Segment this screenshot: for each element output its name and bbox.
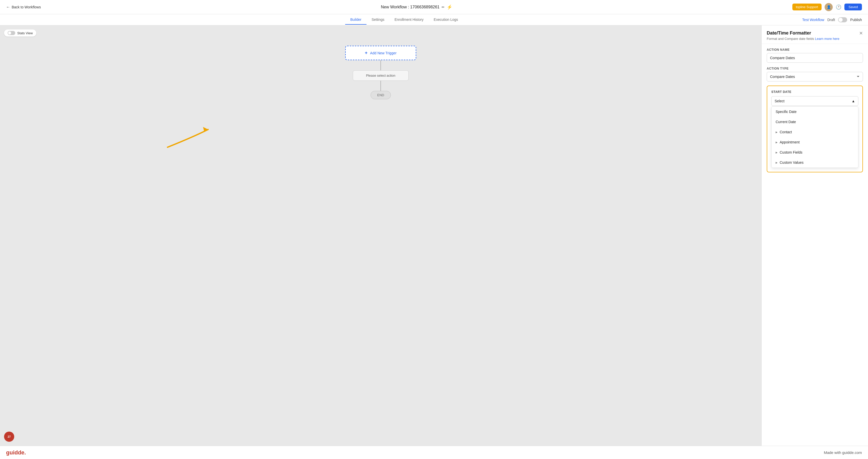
action-type-select[interactable]: Compare Dates xyxy=(767,72,863,82)
panel-body: ACTION NAME ACTION TYPE Compare Dates ST… xyxy=(762,44,868,177)
svg-marker-0 xyxy=(203,127,208,132)
action-type-label: ACTION TYPE xyxy=(767,67,863,70)
draft-publish-toggle[interactable] xyxy=(838,17,847,22)
publish-button[interactable]: Publish xyxy=(850,18,862,22)
panel-header: Date/Time Formatter Format and Compare d… xyxy=(762,25,868,44)
panel-subtitle-text: Format and Compare date fields xyxy=(767,37,814,41)
current-date-label: Current Date xyxy=(776,120,796,124)
edit-icon[interactable]: ✏ xyxy=(442,5,445,9)
panel-subtitle: Format and Compare date fields Learn mor… xyxy=(767,37,839,41)
start-date-section: START DATE Select ▲ Specific Date Curren… xyxy=(767,86,863,173)
start-date-dropdown-trigger[interactable]: Select ▲ xyxy=(771,96,858,106)
topline-support-button[interactable]: topline Support xyxy=(793,4,822,10)
notification-count: 27 xyxy=(8,435,11,438)
dropdown-item-custom-values[interactable]: Custom Values xyxy=(772,157,858,167)
nav-right: Test Workflow Draft Publish xyxy=(802,17,862,22)
stats-toggle-knob xyxy=(8,31,11,34)
start-date-dropdown-menu: Specific Date Current Date Contact Appoi… xyxy=(771,106,858,168)
made-with-text: Made with guidde.com xyxy=(824,450,862,455)
custom-values-label: Custom Values xyxy=(780,160,804,164)
select-placeholder: Select xyxy=(775,99,784,103)
panel-title: Date/Time Formatter xyxy=(767,30,839,36)
canvas-area: Stats View + Add New Trigger Please sele… xyxy=(0,25,762,446)
action-type-field: ACTION TYPE Compare Dates xyxy=(767,67,863,82)
specific-date-label: Specific Date xyxy=(776,110,797,114)
close-panel-button[interactable]: ✕ xyxy=(859,30,863,36)
guidde-logo-text: guidde. xyxy=(6,449,26,456)
notification-badge[interactable]: 27 xyxy=(4,432,14,442)
draft-label: Draft xyxy=(827,18,835,22)
saved-button[interactable]: Saved xyxy=(844,4,862,10)
avatar[interactable]: 👤 xyxy=(825,3,833,11)
plus-icon: + xyxy=(365,50,368,56)
end-label: END xyxy=(377,93,384,97)
dropdown-item-current-date[interactable]: Current Date xyxy=(772,117,858,127)
stats-view-label: Stats View xyxy=(17,31,33,35)
connector-line-1 xyxy=(380,60,381,70)
clock-icon[interactable]: 🕐 xyxy=(836,4,841,10)
action-name-label: ACTION NAME xyxy=(767,48,863,52)
workflow-title-text: New Workflow : 1706636898261 xyxy=(381,5,440,9)
main-content: Stats View + Add New Trigger Please sele… xyxy=(0,25,868,446)
custom-fields-label: Custom Fields xyxy=(780,150,802,154)
toggle-knob xyxy=(839,18,843,22)
tab-execution-logs[interactable]: Execution Logs xyxy=(429,15,463,25)
nav-tabs: Builder Settings Enrollment History Exec… xyxy=(0,14,868,25)
start-date-dropdown-container: Select ▲ Specific Date Current Date Cont… xyxy=(771,96,858,168)
learn-more-link[interactable]: Learn more here xyxy=(815,37,839,41)
trigger-label: Add New Trigger xyxy=(370,51,397,55)
action-box[interactable]: Please select action xyxy=(353,70,409,81)
connector-line-2 xyxy=(380,81,381,91)
bottom-bar: guidde. Made with guidde.com xyxy=(0,446,868,459)
dropdown-item-specific-date[interactable]: Specific Date xyxy=(772,106,858,117)
stats-view-toggle[interactable]: Stats View xyxy=(4,29,36,36)
test-workflow-button[interactable]: Test Workflow xyxy=(802,18,824,22)
back-arrow-icon: ← xyxy=(6,5,10,9)
chevron-up-icon: ▲ xyxy=(851,99,855,103)
stats-view-toggle-switch[interactable] xyxy=(8,31,15,35)
contact-label: Contact xyxy=(780,130,792,134)
dropdown-item-appointment[interactable]: Appointment xyxy=(772,137,858,147)
header-right: topline Support 👤 🕐 Saved xyxy=(793,3,862,11)
start-date-label: START DATE xyxy=(771,90,858,94)
right-panel: Date/Time Formatter Format and Compare d… xyxy=(762,25,868,446)
add-trigger-box[interactable]: + Add New Trigger xyxy=(345,46,416,60)
workflow-container: + Add New Trigger Please select action E… xyxy=(0,25,762,99)
tab-builder[interactable]: Builder xyxy=(345,15,367,25)
arrow-annotation xyxy=(147,106,223,152)
appointment-label: Appointment xyxy=(780,140,800,144)
back-to-workflows-link[interactable]: ← Back to Workflows xyxy=(6,5,41,9)
guidde-logo: guidde. xyxy=(6,449,26,456)
workflow-title-container: New Workflow : 1706636898261 ✏ ⚡ xyxy=(45,4,788,10)
action-name-field: ACTION NAME xyxy=(767,48,863,63)
panel-header-text: Date/Time Formatter Format and Compare d… xyxy=(767,30,839,41)
dropdown-item-contact[interactable]: Contact xyxy=(772,127,858,137)
action-label: Please select action xyxy=(366,73,396,78)
dropdown-item-custom-fields[interactable]: Custom Fields xyxy=(772,147,858,157)
tab-enrollment-history[interactable]: Enrollment History xyxy=(389,15,428,25)
header: ← Back to Workflows New Workflow : 17066… xyxy=(0,0,868,14)
tab-group: Builder Settings Enrollment History Exec… xyxy=(6,15,802,25)
tab-settings[interactable]: Settings xyxy=(367,15,390,25)
back-label: Back to Workflows xyxy=(12,5,41,9)
end-node: END xyxy=(371,91,391,99)
lightning-icon[interactable]: ⚡ xyxy=(447,4,452,10)
action-name-input[interactable] xyxy=(767,53,863,63)
